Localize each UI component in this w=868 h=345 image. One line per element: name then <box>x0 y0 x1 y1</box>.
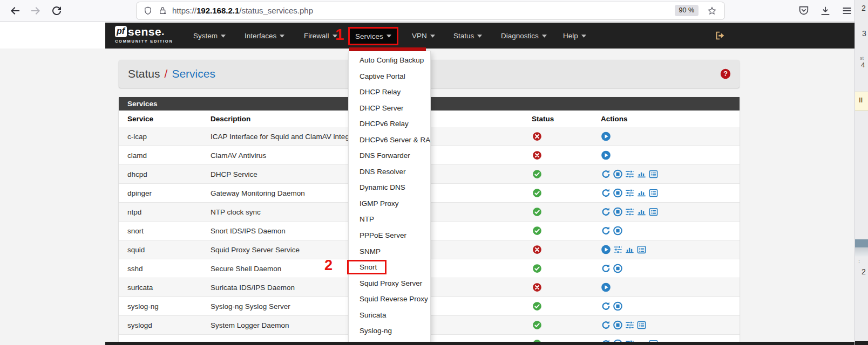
url-path: /status_services.php <box>239 6 313 15</box>
list-button[interactable] <box>648 188 659 198</box>
menu-item-igmp-proxy[interactable]: IGMP Proxy <box>349 196 430 212</box>
chart-button[interactable] <box>636 188 647 198</box>
nav-item-firewall[interactable]: Firewall <box>304 32 337 40</box>
menu-item-captive-portal[interactable]: Captive Portal <box>349 68 430 85</box>
sliders-button[interactable] <box>625 320 635 330</box>
status-running-icon <box>532 320 542 330</box>
service-name: c-icap <box>127 133 147 141</box>
sliders-button[interactable] <box>625 169 635 180</box>
logout-icon[interactable] <box>714 30 726 42</box>
list-button[interactable] <box>648 207 659 217</box>
sliders-button[interactable] <box>613 245 623 255</box>
pocket-icon[interactable] <box>798 5 810 17</box>
menu-item-dhcpv6-server-ra[interactable]: DHCPv6 Server & RA <box>349 132 430 148</box>
lock-warning-icon[interactable] <box>158 6 168 16</box>
menu-item-dns-forwarder[interactable]: DNS Forwarder <box>349 148 430 164</box>
hamburger-menu-icon[interactable] <box>841 5 853 17</box>
stop-button[interactable] <box>613 188 623 198</box>
reload-button[interactable] <box>50 4 63 17</box>
play-button[interactable] <box>601 245 611 255</box>
nav-item-services[interactable]: Services <box>348 27 398 45</box>
download-icon[interactable] <box>819 5 831 17</box>
restart-button[interactable] <box>601 207 611 217</box>
nav-item-label: Interfaces <box>245 32 276 40</box>
menu-item-dhcp-server[interactable]: DHCP Server <box>349 100 430 116</box>
logo-dot: . <box>161 27 164 37</box>
menu-item-squid-reverse-proxy[interactable]: Squid Reverse Proxy <box>349 291 430 307</box>
service-name: ntpd <box>127 208 141 216</box>
url-text: https://192.168.2.1/status_services.php <box>172 6 313 15</box>
stop-button[interactable] <box>613 301 623 312</box>
restart-button[interactable] <box>601 188 611 198</box>
status-running-icon <box>532 207 542 217</box>
menu-item-ntp[interactable]: NTP <box>349 211 430 227</box>
nav-item-help[interactable]: Help <box>563 32 586 40</box>
stop-button[interactable] <box>613 226 623 236</box>
column-header-actions: Actions <box>601 115 628 123</box>
service-description: Gateway Monitoring Daemon <box>211 189 305 197</box>
nav-item-diagnostics[interactable]: Diagnostics <box>501 32 547 40</box>
row-actions <box>601 188 659 198</box>
list-button[interactable] <box>636 245 647 255</box>
service-description: Snort IDS/IPS Daemon <box>211 227 286 235</box>
status-stopped-icon <box>532 245 542 254</box>
forward-button[interactable] <box>29 4 42 17</box>
menu-item-syslog-ng[interactable]: Syslog-ng <box>349 323 430 339</box>
nav-item-label: Status <box>453 32 474 40</box>
menu-item-dhcp-relay[interactable]: DHCP Relay <box>349 84 430 100</box>
chevron-down-icon <box>581 34 586 38</box>
chevron-down-icon <box>280 34 284 38</box>
list-button[interactable] <box>636 320 647 330</box>
service-name: sshd <box>127 265 143 273</box>
bookmark-star-icon[interactable] <box>707 6 717 16</box>
list-button[interactable] <box>648 169 659 180</box>
breadcrumb-page-link[interactable]: Services <box>172 67 215 80</box>
sliders-button[interactable] <box>625 188 635 198</box>
menu-item-squid-proxy-server[interactable]: Squid Proxy Server <box>349 275 430 292</box>
stop-button[interactable] <box>613 207 623 217</box>
menu-item-dynamic-dns[interactable]: Dynamic DNS <box>349 180 430 196</box>
row-actions <box>601 264 623 274</box>
page-left-margin <box>0 22 105 49</box>
sliders-button[interactable] <box>625 207 635 217</box>
play-button[interactable] <box>601 150 611 161</box>
nav-item-status[interactable]: Status <box>453 32 482 40</box>
help-icon[interactable]: ? <box>720 68 731 79</box>
page-viewport: pf sense . COMMUNITY EDITION SystemInter… <box>0 22 855 345</box>
restart-button[interactable] <box>601 226 611 236</box>
svg-text:?: ? <box>723 70 728 78</box>
back-button[interactable] <box>9 4 22 17</box>
menu-item-pppoe-server[interactable]: PPPoE Server <box>349 227 430 244</box>
service-description: ICAP Interface for Squid and ClamAV inte… <box>211 133 368 141</box>
menu-item-suricata[interactable]: Suricata <box>349 307 430 323</box>
zoom-level-badge[interactable]: 90 % <box>675 5 699 16</box>
restart-button[interactable] <box>601 301 611 312</box>
breadcrumb-section: Status <box>128 67 160 80</box>
menu-item-snmp[interactable]: SNMP <box>349 244 430 260</box>
play-button[interactable] <box>601 282 611 293</box>
stop-button[interactable] <box>613 320 623 330</box>
menu-item-dhcpv6-relay[interactable]: DHCPv6 Relay <box>349 116 430 132</box>
menu-item-snort[interactable]: Snort <box>349 259 430 275</box>
nav-item-system[interactable]: System <box>193 32 226 40</box>
row-actions <box>601 301 623 312</box>
play-button[interactable] <box>601 132 611 142</box>
nav-item-vpn[interactable]: VPN <box>412 32 435 40</box>
annotation-step-1: 1 <box>335 26 344 44</box>
menu-item-auto-config-backup[interactable]: Auto Config Backup <box>349 52 430 68</box>
nav-item-interfaces[interactable]: Interfaces <box>245 32 284 40</box>
row-actions <box>601 132 611 142</box>
pfsense-logo[interactable]: pf sense . COMMUNITY EDITION <box>115 26 173 44</box>
chart-button[interactable] <box>636 169 647 180</box>
stop-button[interactable] <box>613 264 623 274</box>
restart-button[interactable] <box>601 169 611 180</box>
service-description: Secure Shell Daemon <box>211 265 281 273</box>
shield-icon[interactable] <box>143 6 153 16</box>
stop-button[interactable] <box>613 169 623 180</box>
restart-button[interactable] <box>601 320 611 330</box>
restart-button[interactable] <box>601 264 611 274</box>
url-bar[interactable]: https://192.168.2.1/status_services.php … <box>137 2 724 19</box>
chart-button[interactable] <box>625 245 635 255</box>
menu-item-dns-resolver[interactable]: DNS Resolver <box>349 164 430 180</box>
chart-button[interactable] <box>636 207 647 217</box>
